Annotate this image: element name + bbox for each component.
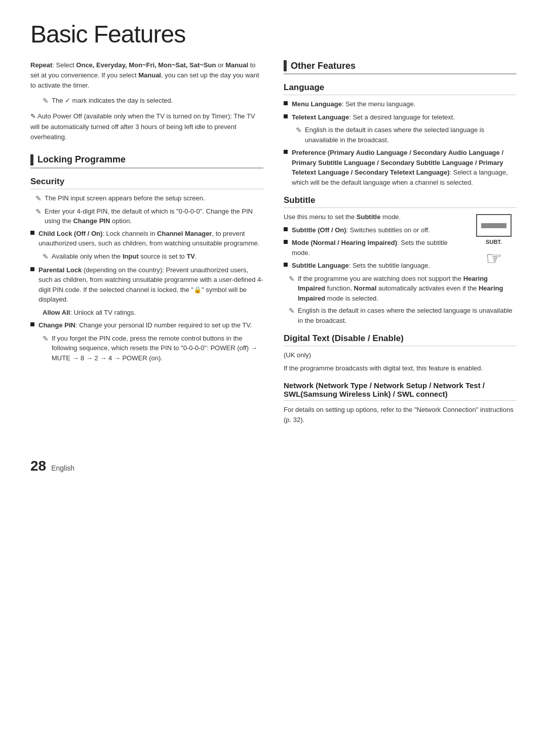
hand-icon: ☞ xyxy=(486,248,502,269)
page-number: 28 xyxy=(30,458,46,474)
other-features-bar-icon xyxy=(284,60,287,71)
note-icon-1: ✎ xyxy=(35,193,42,204)
bullet-lang-1 xyxy=(284,101,288,105)
language-bullet-list: Menu Language: Set the menu language. Te… xyxy=(284,99,517,122)
subtitle-illustration: SUBT. ☞ xyxy=(471,214,517,269)
change-pin-item: Change PIN: Change your personal ID numb… xyxy=(30,320,263,330)
language-subsection: Language Menu Language: Set the menu lan… xyxy=(284,82,517,187)
checkmark-note-text: The ✓ mark indicates the day is selected… xyxy=(52,96,173,106)
uk-only-text: (UK only) xyxy=(284,350,517,360)
page-footer: 28 English xyxy=(30,458,517,474)
subtitle-subsection: Subtitle Use this menu to set the Subtit… xyxy=(284,195,517,325)
checkmark-note: ✎ The ✓ mark indicates the day is select… xyxy=(30,96,263,106)
network-subsection: Network (Network Type / Network Setup / … xyxy=(284,381,517,425)
subtitle-bullet-list: Subtitle (Off / On): Switches subtitles … xyxy=(284,225,466,271)
preference-lang-list: Preference (Primary Audio Language / Sec… xyxy=(284,148,517,187)
teletext-language-item: Teletext Language: Set a desired languag… xyxy=(284,112,517,122)
change-pin-list: Change PIN: Change your personal ID numb… xyxy=(30,320,263,330)
other-features-header: Other Features xyxy=(284,60,517,74)
locking-title: Locking Programme xyxy=(37,154,126,165)
subtitle-content: Use this menu to set the Subtitle mode. … xyxy=(284,212,466,274)
subtitle-off-on-item: Subtitle (Off / On): Switches subtitles … xyxy=(284,225,466,235)
other-features-title: Other Features xyxy=(291,61,356,71)
right-column: Other Features Language Menu Language: S… xyxy=(284,60,517,428)
subt-label: SUBT. xyxy=(486,239,502,245)
pin-enter-note: ✎ Enter your 4-digit PIN, the default of… xyxy=(30,206,263,226)
page-language: English xyxy=(51,464,74,472)
page-title: Basic Features xyxy=(30,20,517,48)
child-lock-item: Child Lock (Off / On): Lock channels in … xyxy=(30,229,263,248)
preference-lang-item: Preference (Primary Audio Language / Sec… xyxy=(284,148,517,187)
subtitle-intro: Use this menu to set the Subtitle mode. xyxy=(284,212,466,222)
note-icon-tele: ✎ xyxy=(296,125,302,136)
menu-language-item: Menu Language: Set the menu language. xyxy=(284,99,517,109)
section-bar-icon xyxy=(30,154,33,165)
bullet-lang-2 xyxy=(284,114,288,118)
security-title: Security xyxy=(30,177,263,189)
bullet-sub-2 xyxy=(284,240,288,244)
bullet-icon-2 xyxy=(30,267,34,271)
bullet-icon-3 xyxy=(30,322,34,326)
teletext-note: ✎ English is the default in cases where … xyxy=(284,125,517,145)
note-icon-2: ✎ xyxy=(35,206,42,217)
bullet-icon xyxy=(30,231,34,235)
note-icon-4: ✎ xyxy=(43,333,49,344)
change-pin-note: ✎ If you forget the PIN code, press the … xyxy=(30,333,263,363)
digital-text-body: If the programme broadcasts with digital… xyxy=(284,363,517,373)
hearing-impaired-note: ✎ If the programme you are watching does… xyxy=(284,274,517,304)
parental-lock-item: Parental Lock (depending on the country)… xyxy=(30,265,263,305)
locking-section-header: Locking Programme xyxy=(30,154,263,169)
bullet-sub-1 xyxy=(284,227,288,231)
pin-screen-note: ✎ The PIN input screen appears before th… xyxy=(30,193,263,204)
note-icon-eng: ✎ xyxy=(289,306,295,316)
english-default-note: ✎ English is the default in cases where … xyxy=(284,306,517,325)
auto-power-note: ✎ Auto Power Off (available only when th… xyxy=(30,111,263,142)
digital-text-subsection: Digital Text (Disable / Enable) (UK only… xyxy=(284,333,517,373)
subtitle-lang-item: Subtitle Language: Sets the subtitle lan… xyxy=(284,261,466,271)
network-body: For details on setting up options, refer… xyxy=(284,405,517,425)
language-title: Language xyxy=(284,82,517,95)
bullet-sub-3 xyxy=(284,263,288,267)
left-column: Repeat: Select Once, Everyday, Mon~Fri, … xyxy=(30,60,263,428)
subtitle-row: Use this menu to set the Subtitle mode. … xyxy=(284,212,517,274)
subt-box xyxy=(476,214,512,237)
network-title: Network (Network Type / Network Setup / … xyxy=(284,381,517,401)
note-icon-3: ✎ xyxy=(43,251,49,262)
note-icon-hi: ✎ xyxy=(289,274,295,284)
note-pencil-icon: ✎ xyxy=(43,96,49,106)
digital-text-title: Digital Text (Disable / Enable) xyxy=(284,333,517,346)
allow-all-text: Allow All: Unlock all TV ratings. xyxy=(30,308,263,318)
parental-lock-list: Parental Lock (depending on the country)… xyxy=(30,265,263,305)
subtitle-title: Subtitle xyxy=(284,195,517,208)
security-bullet-list: Child Lock (Off / On): Lock channels in … xyxy=(30,229,263,248)
subt-inner-bar xyxy=(481,223,506,228)
bullet-lang-3 xyxy=(284,150,288,154)
child-lock-note: ✎ Available only when the Input source i… xyxy=(30,251,263,262)
subtitle-mode-item: Mode (Normal / Hearing Impaired): Sets t… xyxy=(284,238,466,258)
security-subsection: Security ✎ The PIN input screen appears … xyxy=(30,177,263,363)
repeat-note: Repeat: Select Once, Everyday, Mon~Fri, … xyxy=(30,60,263,91)
